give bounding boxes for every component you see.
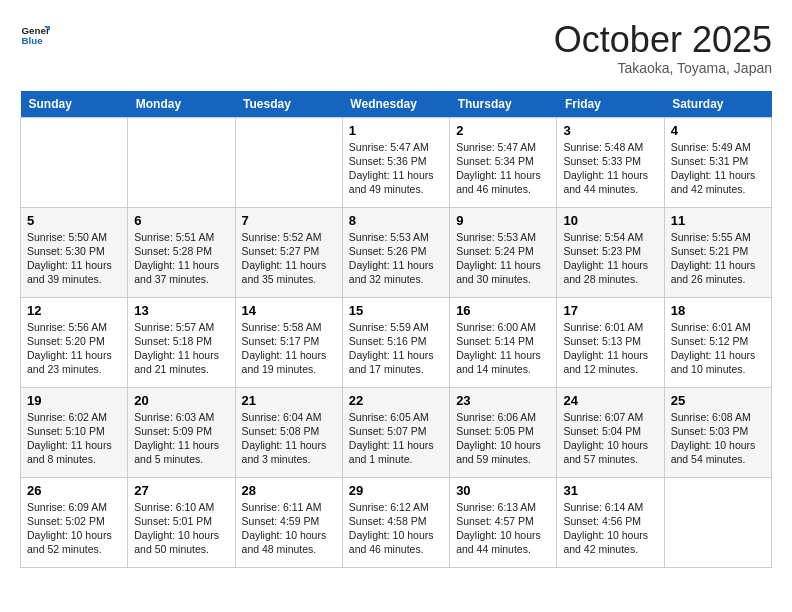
location: Takaoka, Toyama, Japan bbox=[554, 60, 772, 76]
cell-content: Sunrise: 5:54 AMSunset: 5:23 PMDaylight:… bbox=[563, 230, 657, 287]
calendar-cell: 22Sunrise: 6:05 AMSunset: 5:07 PMDayligh… bbox=[342, 387, 449, 477]
calendar-cell: 25Sunrise: 6:08 AMSunset: 5:03 PMDayligh… bbox=[664, 387, 771, 477]
cell-content: Sunrise: 6:09 AMSunset: 5:02 PMDaylight:… bbox=[27, 500, 121, 557]
day-number: 11 bbox=[671, 213, 765, 228]
day-number: 18 bbox=[671, 303, 765, 318]
cell-content: Sunrise: 5:59 AMSunset: 5:16 PMDaylight:… bbox=[349, 320, 443, 377]
cell-content: Sunrise: 5:51 AMSunset: 5:28 PMDaylight:… bbox=[134, 230, 228, 287]
weekday-header-row: SundayMondayTuesdayWednesdayThursdayFrid… bbox=[21, 91, 772, 118]
calendar-cell: 7Sunrise: 5:52 AMSunset: 5:27 PMDaylight… bbox=[235, 207, 342, 297]
calendar-cell bbox=[664, 477, 771, 567]
cell-content: Sunrise: 5:56 AMSunset: 5:20 PMDaylight:… bbox=[27, 320, 121, 377]
calendar-cell: 30Sunrise: 6:13 AMSunset: 4:57 PMDayligh… bbox=[450, 477, 557, 567]
calendar-cell: 16Sunrise: 6:00 AMSunset: 5:14 PMDayligh… bbox=[450, 297, 557, 387]
month-title: October 2025 bbox=[554, 20, 772, 60]
cell-content: Sunrise: 6:01 AMSunset: 5:12 PMDaylight:… bbox=[671, 320, 765, 377]
weekday-header: Saturday bbox=[664, 91, 771, 118]
calendar-cell: 24Sunrise: 6:07 AMSunset: 5:04 PMDayligh… bbox=[557, 387, 664, 477]
day-number: 13 bbox=[134, 303, 228, 318]
cell-content: Sunrise: 6:13 AMSunset: 4:57 PMDaylight:… bbox=[456, 500, 550, 557]
calendar-cell bbox=[21, 117, 128, 207]
title-block: October 2025 Takaoka, Toyama, Japan bbox=[554, 20, 772, 76]
day-number: 5 bbox=[27, 213, 121, 228]
calendar-table: SundayMondayTuesdayWednesdayThursdayFrid… bbox=[20, 91, 772, 568]
logo: General Blue General Blue bbox=[20, 20, 50, 50]
day-number: 2 bbox=[456, 123, 550, 138]
day-number: 28 bbox=[242, 483, 336, 498]
cell-content: Sunrise: 5:52 AMSunset: 5:27 PMDaylight:… bbox=[242, 230, 336, 287]
weekday-header: Friday bbox=[557, 91, 664, 118]
day-number: 22 bbox=[349, 393, 443, 408]
calendar-cell: 3Sunrise: 5:48 AMSunset: 5:33 PMDaylight… bbox=[557, 117, 664, 207]
day-number: 10 bbox=[563, 213, 657, 228]
weekday-header: Wednesday bbox=[342, 91, 449, 118]
cell-content: Sunrise: 6:03 AMSunset: 5:09 PMDaylight:… bbox=[134, 410, 228, 467]
day-number: 31 bbox=[563, 483, 657, 498]
day-number: 17 bbox=[563, 303, 657, 318]
day-number: 9 bbox=[456, 213, 550, 228]
calendar-cell: 9Sunrise: 5:53 AMSunset: 5:24 PMDaylight… bbox=[450, 207, 557, 297]
logo-icon: General Blue bbox=[20, 20, 50, 50]
calendar-cell: 8Sunrise: 5:53 AMSunset: 5:26 PMDaylight… bbox=[342, 207, 449, 297]
day-number: 29 bbox=[349, 483, 443, 498]
calendar-cell: 5Sunrise: 5:50 AMSunset: 5:30 PMDaylight… bbox=[21, 207, 128, 297]
day-number: 30 bbox=[456, 483, 550, 498]
day-number: 25 bbox=[671, 393, 765, 408]
calendar-cell: 14Sunrise: 5:58 AMSunset: 5:17 PMDayligh… bbox=[235, 297, 342, 387]
cell-content: Sunrise: 5:50 AMSunset: 5:30 PMDaylight:… bbox=[27, 230, 121, 287]
day-number: 27 bbox=[134, 483, 228, 498]
cell-content: Sunrise: 6:14 AMSunset: 4:56 PMDaylight:… bbox=[563, 500, 657, 557]
day-number: 15 bbox=[349, 303, 443, 318]
calendar-cell: 27Sunrise: 6:10 AMSunset: 5:01 PMDayligh… bbox=[128, 477, 235, 567]
cell-content: Sunrise: 5:55 AMSunset: 5:21 PMDaylight:… bbox=[671, 230, 765, 287]
day-number: 23 bbox=[456, 393, 550, 408]
calendar-cell: 2Sunrise: 5:47 AMSunset: 5:34 PMDaylight… bbox=[450, 117, 557, 207]
cell-content: Sunrise: 5:47 AMSunset: 5:34 PMDaylight:… bbox=[456, 140, 550, 197]
day-number: 16 bbox=[456, 303, 550, 318]
cell-content: Sunrise: 5:58 AMSunset: 5:17 PMDaylight:… bbox=[242, 320, 336, 377]
cell-content: Sunrise: 5:49 AMSunset: 5:31 PMDaylight:… bbox=[671, 140, 765, 197]
calendar-cell: 23Sunrise: 6:06 AMSunset: 5:05 PMDayligh… bbox=[450, 387, 557, 477]
day-number: 8 bbox=[349, 213, 443, 228]
day-number: 14 bbox=[242, 303, 336, 318]
calendar-cell: 31Sunrise: 6:14 AMSunset: 4:56 PMDayligh… bbox=[557, 477, 664, 567]
day-number: 21 bbox=[242, 393, 336, 408]
cell-content: Sunrise: 6:04 AMSunset: 5:08 PMDaylight:… bbox=[242, 410, 336, 467]
calendar-cell bbox=[128, 117, 235, 207]
calendar-cell: 28Sunrise: 6:11 AMSunset: 4:59 PMDayligh… bbox=[235, 477, 342, 567]
calendar-cell: 29Sunrise: 6:12 AMSunset: 4:58 PMDayligh… bbox=[342, 477, 449, 567]
calendar-week-row: 5Sunrise: 5:50 AMSunset: 5:30 PMDaylight… bbox=[21, 207, 772, 297]
cell-content: Sunrise: 6:12 AMSunset: 4:58 PMDaylight:… bbox=[349, 500, 443, 557]
calendar-cell: 19Sunrise: 6:02 AMSunset: 5:10 PMDayligh… bbox=[21, 387, 128, 477]
svg-text:Blue: Blue bbox=[22, 35, 44, 46]
calendar-cell: 26Sunrise: 6:09 AMSunset: 5:02 PMDayligh… bbox=[21, 477, 128, 567]
cell-content: Sunrise: 5:47 AMSunset: 5:36 PMDaylight:… bbox=[349, 140, 443, 197]
calendar-cell: 4Sunrise: 5:49 AMSunset: 5:31 PMDaylight… bbox=[664, 117, 771, 207]
calendar-week-row: 26Sunrise: 6:09 AMSunset: 5:02 PMDayligh… bbox=[21, 477, 772, 567]
calendar-week-row: 1Sunrise: 5:47 AMSunset: 5:36 PMDaylight… bbox=[21, 117, 772, 207]
weekday-header: Monday bbox=[128, 91, 235, 118]
calendar-cell: 1Sunrise: 5:47 AMSunset: 5:36 PMDaylight… bbox=[342, 117, 449, 207]
calendar-week-row: 19Sunrise: 6:02 AMSunset: 5:10 PMDayligh… bbox=[21, 387, 772, 477]
cell-content: Sunrise: 5:53 AMSunset: 5:24 PMDaylight:… bbox=[456, 230, 550, 287]
calendar-cell: 10Sunrise: 5:54 AMSunset: 5:23 PMDayligh… bbox=[557, 207, 664, 297]
day-number: 3 bbox=[563, 123, 657, 138]
calendar-cell: 12Sunrise: 5:56 AMSunset: 5:20 PMDayligh… bbox=[21, 297, 128, 387]
cell-content: Sunrise: 6:10 AMSunset: 5:01 PMDaylight:… bbox=[134, 500, 228, 557]
day-number: 19 bbox=[27, 393, 121, 408]
calendar-cell: 21Sunrise: 6:04 AMSunset: 5:08 PMDayligh… bbox=[235, 387, 342, 477]
cell-content: Sunrise: 5:57 AMSunset: 5:18 PMDaylight:… bbox=[134, 320, 228, 377]
day-number: 12 bbox=[27, 303, 121, 318]
cell-content: Sunrise: 6:05 AMSunset: 5:07 PMDaylight:… bbox=[349, 410, 443, 467]
cell-content: Sunrise: 6:07 AMSunset: 5:04 PMDaylight:… bbox=[563, 410, 657, 467]
day-number: 1 bbox=[349, 123, 443, 138]
calendar-cell bbox=[235, 117, 342, 207]
cell-content: Sunrise: 6:08 AMSunset: 5:03 PMDaylight:… bbox=[671, 410, 765, 467]
day-number: 24 bbox=[563, 393, 657, 408]
calendar-week-row: 12Sunrise: 5:56 AMSunset: 5:20 PMDayligh… bbox=[21, 297, 772, 387]
calendar-cell: 13Sunrise: 5:57 AMSunset: 5:18 PMDayligh… bbox=[128, 297, 235, 387]
page-header: General Blue General Blue October 2025 T… bbox=[20, 20, 772, 76]
cell-content: Sunrise: 6:02 AMSunset: 5:10 PMDaylight:… bbox=[27, 410, 121, 467]
cell-content: Sunrise: 6:01 AMSunset: 5:13 PMDaylight:… bbox=[563, 320, 657, 377]
calendar-cell: 20Sunrise: 6:03 AMSunset: 5:09 PMDayligh… bbox=[128, 387, 235, 477]
